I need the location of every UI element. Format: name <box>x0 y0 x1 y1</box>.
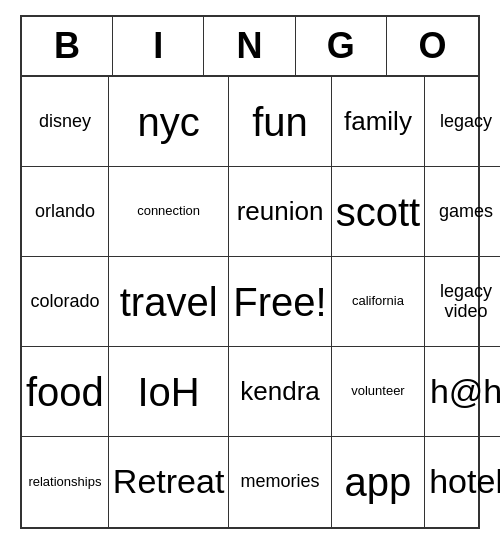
cell-text: fun <box>252 100 308 144</box>
cell-text: food <box>26 370 104 414</box>
bingo-cell: games <box>425 167 500 257</box>
cell-text: california <box>352 294 404 308</box>
cell-text: connection <box>137 204 200 218</box>
bingo-cell: travel <box>109 257 230 347</box>
bingo-cell: Retreat <box>109 437 230 527</box>
cell-text: relationships <box>28 475 101 489</box>
cell-text: travel <box>120 280 218 324</box>
bingo-cell: fun <box>229 77 331 167</box>
bingo-cell: legacy <box>425 77 500 167</box>
bingo-cell: colorado <box>22 257 109 347</box>
cell-text: kendra <box>240 377 320 406</box>
bingo-cell: connection <box>109 167 230 257</box>
bingo-cell: nyc <box>109 77 230 167</box>
bingo-cell: memories <box>229 437 331 527</box>
cell-text: disney <box>39 112 91 132</box>
cell-text: hotel <box>429 463 500 500</box>
bingo-cell: hotel <box>425 437 500 527</box>
cell-text: h@h <box>430 373 500 410</box>
bingo-cell: relationships <box>22 437 109 527</box>
bingo-cell: legacy video <box>425 257 500 347</box>
cell-text: memories <box>241 472 320 492</box>
header-letter: N <box>204 17 295 75</box>
bingo-card: BINGO disneynycfunfamilylegacyorlandocon… <box>20 15 480 529</box>
bingo-cell: family <box>332 77 425 167</box>
bingo-cell: scott <box>332 167 425 257</box>
cell-text: legacy video <box>440 282 492 322</box>
header-letter: B <box>22 17 113 75</box>
bingo-cell: orlando <box>22 167 109 257</box>
cell-text: games <box>439 202 493 222</box>
bingo-grid: disneynycfunfamilylegacyorlandoconnectio… <box>22 77 478 527</box>
bingo-cell: california <box>332 257 425 347</box>
header-letter: O <box>387 17 478 75</box>
header-letter: G <box>296 17 387 75</box>
bingo-header: BINGO <box>22 17 478 77</box>
bingo-cell: reunion <box>229 167 331 257</box>
cell-text: IoH <box>137 370 199 414</box>
cell-text: legacy <box>440 112 492 132</box>
bingo-cell: kendra <box>229 347 331 437</box>
cell-text: scott <box>336 190 420 234</box>
cell-text: family <box>344 107 412 136</box>
cell-text: colorado <box>30 292 99 312</box>
cell-text: app <box>345 460 412 504</box>
cell-text: orlando <box>35 202 95 222</box>
bingo-cell: food <box>22 347 109 437</box>
cell-text: nyc <box>137 100 199 144</box>
bingo-cell: IoH <box>109 347 230 437</box>
bingo-cell: disney <box>22 77 109 167</box>
bingo-cell: app <box>332 437 425 527</box>
bingo-cell: h@h <box>425 347 500 437</box>
cell-text: Free! <box>233 280 326 324</box>
header-letter: I <box>113 17 204 75</box>
bingo-cell: Free! <box>229 257 331 347</box>
bingo-cell: volunteer <box>332 347 425 437</box>
cell-text: volunteer <box>351 384 404 398</box>
cell-text: reunion <box>237 197 324 226</box>
cell-text: Retreat <box>113 463 225 500</box>
